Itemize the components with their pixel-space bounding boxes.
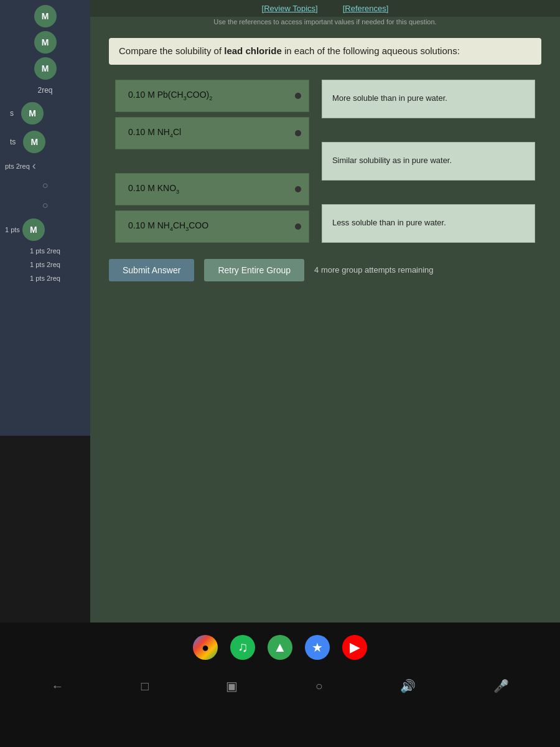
retry-button[interactable]: Retry Entire Group [204,259,304,281]
drag-handle-1[interactable] [295,93,301,99]
top-bar: [Review Topics] [References] [90,0,560,17]
sidebar-row-4: 1 pts M [0,217,90,242]
sidebar-row-3: pts 2req ‹ [0,158,90,174]
back-icon[interactable]: ← [51,679,63,693]
answer-text-3: Less soluble than in pure water. [332,217,446,228]
sidebar-1pts-2req-1[interactable]: 1 pts 2req [25,246,65,256]
sidebar-circle-1: ○ [42,180,49,191]
drive-icon[interactable]: ▲ [268,635,292,660]
sidebar-1pts-2req-3[interactable]: 1 pts 2req [25,273,65,283]
sidebar-badge-4[interactable]: M [21,102,44,125]
submit-button[interactable]: Submit Answer [109,259,194,281]
sidebar-pts-2req-1[interactable]: pts 2req [5,162,30,170]
question-title: Compare the solubility of lead chloride … [109,38,541,65]
solution-text-2: 0.10 M NH4Cl [128,127,181,139]
solution-slot-4[interactable]: 0.10 M NH4CH3COO [115,210,309,243]
photos-icon[interactable]: ★ [305,635,330,660]
taskbar: ● ♫ ▲ ★ ▶ ← □ ▣ ○ 🔊 🎤 [0,622,560,747]
solution-slot-1[interactable]: 0.10 M Pb(CH3COO)2 [115,80,309,112]
sidebar: M M M 2req s M ts M pts 2req ‹ ○ ○ 1 pts… [0,0,90,436]
sidebar-row-2: ts M [0,129,90,154]
solution-slot-3[interactable]: 0.10 M KNO3 [115,173,309,205]
answer-zone-3[interactable]: Less soluble than in pure water. [322,204,535,243]
sidebar-badge-6[interactable]: M [22,218,45,241]
solution-text-4: 0.10 M NH4CH3COO [128,220,208,232]
drag-handle-4[interactable] [295,223,301,230]
main-content: [Review Topics] [References] Use the ref… [90,0,560,622]
search-icon[interactable]: ○ [315,679,323,693]
spotify-icon[interactable]: ♫ [230,635,255,660]
solution-text-1: 0.10 M Pb(CH3COO)2 [128,90,212,101]
solutions-column: 0.10 M Pb(CH3COO)2 0.10 M NH4Cl 0.10 M K… [115,80,309,243]
sidebar-circle-2: ○ [42,200,49,211]
sidebar-badge-2[interactable]: M [34,31,57,54]
taskbar-bottom: ← □ ▣ ○ 🔊 🎤 [0,672,560,700]
review-topics-link[interactable]: [Review Topics] [262,4,318,13]
chrome-icon[interactable]: ● [193,635,218,660]
taskbar-icons: ● ♫ ▲ ★ ▶ [0,622,560,666]
sidebar-label-s: s [5,106,19,120]
question-bold: lead chloride [224,45,282,56]
window-icon[interactable]: ▣ [226,679,238,693]
collapse-icon[interactable]: ‹ [32,159,36,172]
references-link[interactable]: [References] [343,4,389,13]
drag-handle-2[interactable] [295,130,301,136]
sidebar-row-1: s M [0,101,90,126]
answer-text-2: Similar solubility as in pure water. [332,155,452,166]
sidebar-1pts[interactable]: 1 pts [5,226,20,233]
attempts-text: 4 more group attempts remaining [314,265,433,275]
solution-text-3: 0.10 M KNO3 [128,183,179,195]
sidebar-label-ts: ts [5,135,21,149]
drag-drop-container: 0.10 M Pb(CH3COO)2 0.10 M NH4Cl 0.10 M K… [109,80,541,243]
sidebar-item-2req[interactable]: 2req [32,83,57,97]
answers-column: More soluble than in pure water. Similar… [322,80,535,243]
mic-icon[interactable]: 🎤 [493,679,509,693]
question-area: Compare the solubility of lead chloride … [90,27,560,249]
play-icon[interactable]: ▶ [342,635,367,660]
sidebar-badge-5[interactable]: M [23,131,45,153]
volume-icon[interactable]: 🔊 [400,679,416,693]
sidebar-badge-1[interactable]: M [34,5,57,27]
drag-handle-3[interactable] [295,186,301,192]
header-info: Use the references to access important v… [90,17,560,27]
answer-zone-1[interactable]: More soluble than in pure water. [322,80,535,118]
question-text-prefix: Compare the solubility of [119,45,224,56]
action-bar: Submit Answer Retry Entire Group 4 more … [90,249,560,291]
solution-slot-2[interactable]: 0.10 M NH4Cl [115,117,309,149]
question-text-suffix: in each of the following aqueous solutio… [282,45,460,56]
answer-text-1: More soluble than in pure water. [332,93,447,104]
desktop-icon[interactable]: □ [141,679,149,693]
sidebar-badge-3[interactable]: M [34,57,57,80]
answer-zone-2[interactable]: Similar solubility as in pure water. [322,142,535,181]
sidebar-1pts-2req-2[interactable]: 1 pts 2req [25,260,65,270]
